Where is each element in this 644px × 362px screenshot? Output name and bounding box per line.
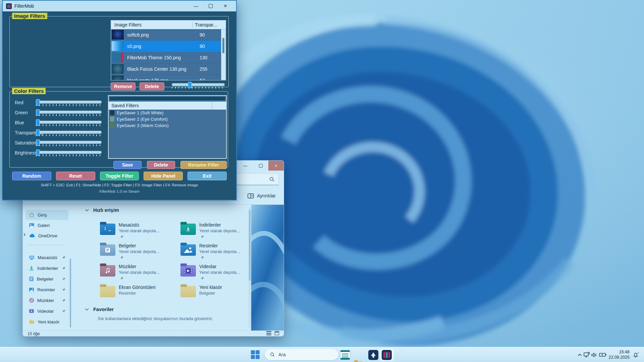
sidebar-item-onedrive[interactable]: OneDrive [25,231,68,241]
tray-chevron-up[interactable] [578,347,582,362]
section-favorites[interactable]: Favoriler [85,307,114,312]
music-folder-icon [100,265,115,277]
taskbar-search[interactable]: Ara [265,349,338,360]
exit-button[interactable]: Exit [187,172,227,180]
reset-button[interactable]: Reset [56,172,95,180]
saved-filters-header[interactable]: Saved Filters [109,102,226,110]
sidebar-item-downloads[interactable]: İndirilenler [25,263,68,273]
column-transparency[interactable]: Transpar... [193,22,226,27]
saved-filter-row[interactable]: EyeSaver 2 (Eye Comfort) [109,116,226,122]
image-list-scrollbar[interactable] [221,29,226,80]
filtermob-maximize-button[interactable] [203,1,218,11]
filtermob-minimize-button[interactable]: — [189,1,203,11]
explorer-close-button[interactable]: × [268,161,284,171]
sidebar-scrollbar[interactable] [70,258,71,327]
saturation-slider[interactable] [36,141,102,146]
sidebar-item-music[interactable]: Müzikler [25,295,68,305]
file-item[interactable]: Masaüstü Yerel olarak depola... [100,222,176,242]
sidebar-label: OneDrive [38,233,57,238]
sidebar-item-pictures[interactable]: Resimler [25,285,68,295]
delete-filter-button[interactable]: Delete [147,161,175,169]
save-filter-button[interactable]: Save [113,161,142,169]
file-item[interactable]: Müzikler Yerel olarak depola... [100,264,176,283]
random-button[interactable]: Random [12,172,51,180]
sidebar-item-videos[interactable]: Videolar [25,306,68,316]
file-item[interactable]: İndirilenler Yerel olarak depola... [180,222,257,242]
saved-filters-header-label: Saved Filters [111,103,139,108]
toggle-filter-button[interactable]: Toggle Filter [100,172,139,180]
hide-panel-button[interactable]: Hide Panel [144,172,183,180]
icons-view-button[interactable] [275,331,279,335]
taskbar-clock[interactable]: 15:48 22.08.2025 [608,349,630,360]
image-filter-row[interactable]: Black Focus Center 130.png 255 [111,63,226,75]
volume-tray-icon[interactable] [591,347,597,362]
sidebar-item-gallery[interactable]: Galeri [25,220,68,230]
filtermob-titlebar: FilterMob — × [3,1,236,11]
file-item[interactable]: Resimler Yerel olarak depola... [180,243,257,262]
slider-thumb[interactable] [36,129,40,136]
sidebar-item-home[interactable]: Giriş [25,210,68,220]
content-scrollbar[interactable] [249,207,251,328]
folder-icon [180,286,196,297]
remove-image-button[interactable]: Remove [111,82,136,90]
image-transparency-slider[interactable] [172,83,225,88]
sidebar-item-desktop[interactable]: Masaüstü [25,252,68,262]
column-name[interactable]: Image Filters [111,22,193,27]
file-item[interactable]: Videolar Yerel olarak depola... [180,264,257,283]
notepad-taskbar-icon[interactable] [340,350,350,360]
file-item[interactable]: Belgeler Yerel olarak depola... [100,243,176,262]
details-pane-label: Ayrıntılar [257,193,276,198]
red-slider[interactable] [36,101,102,106]
blue-slider[interactable] [36,121,102,126]
image-filter-row[interactable]: softc6.png 90 [111,29,226,41]
filtermob-close-button[interactable]: × [218,1,233,11]
file-item[interactable]: Yeni klasör Belgeler [180,285,257,304]
slider-thumb[interactable] [188,82,192,88]
pin-icon [120,235,124,239]
slider-thumb[interactable] [36,99,40,106]
item-count: 10 öğe [28,331,40,336]
hotkeys-help-text: SHIFT + ESC: Exit | F1: Show/Hide | F2: … [3,183,236,187]
transparency-slider[interactable] [36,131,102,136]
sidebar-item-documents[interactable]: Belgeler [25,274,68,284]
start-button[interactable] [251,350,260,359]
music-icon [29,298,34,303]
saved-filter-name: EyeSaver 1 (Soft White) [117,110,163,115]
slider-thumb[interactable] [36,149,40,156]
slider-thumb[interactable] [36,139,40,146]
bell-dnd-icon: zz [633,352,639,358]
saved-filter-row[interactable]: EyeSaver 1 (Soft White) [109,110,226,116]
section-quick-access[interactable]: Hızlı erişim [85,207,119,213]
sidebar-item-new-folder[interactable]: Yeni klasör [25,317,68,327]
arrow-app-taskbar-icon[interactable] [368,350,378,360]
image-filters-list[interactable]: Image Filters Transpar... softc6.png 90 … [111,20,226,80]
filtermob-app-icon [6,3,12,9]
slider-thumb[interactable] [36,119,40,126]
search-icon [269,177,275,182]
image-filters-list-header[interactable]: Image Filters Transpar... [111,20,226,29]
search-icon [270,352,275,357]
network-tray-icon[interactable] [584,347,590,362]
saved-filters-panel[interactable]: Saved Filters EyeSaver 1 (Soft White) Ey… [108,95,227,159]
chevron-down-icon [85,209,89,212]
image-filter-row-selected[interactable]: s5.png 90 [111,41,226,52]
green-slider[interactable] [36,111,102,116]
image-filter-row[interactable]: FilterMob Theme 150.png 130 [111,52,226,63]
filtermob-taskbar-icon[interactable] [382,350,392,360]
saved-filter-row[interactable]: EyeSaver 3 (Warm Colors) [109,122,226,129]
explorer-maximize-button[interactable] [253,161,268,171]
battery-tray-icon[interactable] [599,347,606,362]
slider-thumb[interactable] [36,109,40,116]
list-view-button[interactable] [266,331,271,335]
explorer-minimize-button[interactable]: — [237,161,253,171]
file-item[interactable]: Ekran Görüntüleri Resimler [100,285,176,304]
details-pane-toggle-button[interactable]: Ayrıntılar [244,191,279,201]
rename-filter-button[interactable]: Rename Filter [180,161,227,169]
item-name: Yeni klasör [199,285,222,290]
folder-icon [29,319,35,324]
file-explorer-taskbar-icon[interactable] [354,360,364,362]
brightness-slider[interactable] [36,151,102,156]
image-filter-row[interactable]: black parts 175.png 67 [111,75,226,80]
notifications-tray-icon[interactable]: zz [633,347,639,362]
delete-image-button[interactable]: Delete [140,82,164,90]
